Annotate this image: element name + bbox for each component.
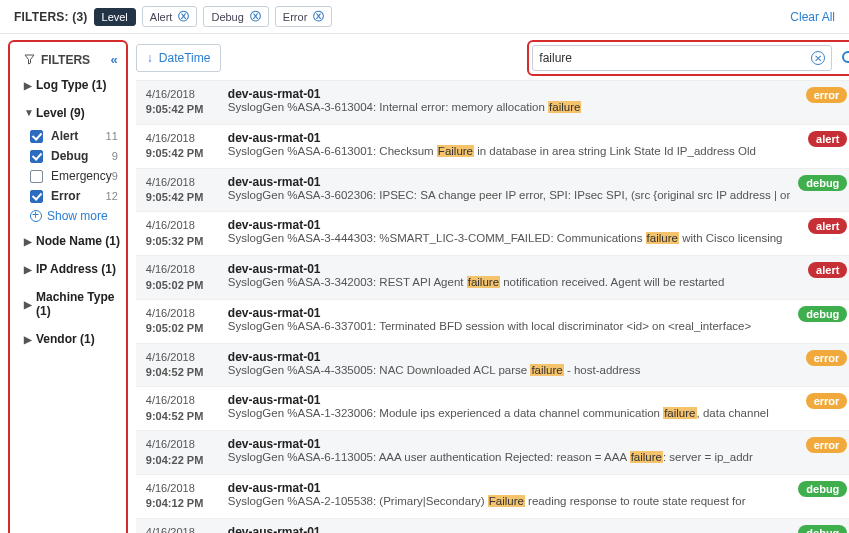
timestamp: 4/16/20189:04:12 PM [146, 481, 224, 512]
checkbox[interactable] [30, 150, 43, 163]
log-row[interactable]: 4/16/20189:04:02 PMdev-aus-rmat-01Syslog… [136, 518, 849, 533]
log-right: debug› [798, 306, 849, 322]
filter-option[interactable]: Emergency9 [30, 166, 126, 186]
log-body: dev-aus-rmat-01SyslogGen %ASA-2-105533: … [224, 525, 791, 533]
filter-option-label: Emergency [51, 169, 112, 183]
log-host: dev-aus-rmat-01 [228, 262, 800, 276]
log-body: dev-aus-rmat-01SyslogGen %ASA-6-113005: … [224, 437, 798, 463]
show-more-link[interactable]: Show more [24, 206, 126, 223]
log-message: SyslogGen %ASA-3-602306: IPSEC: SA chang… [228, 189, 791, 201]
search-highlight: failure [663, 407, 696, 419]
filters-heading: FILTERS « [24, 52, 126, 67]
checkbox[interactable] [30, 130, 43, 143]
log-body: dev-aus-rmat-01SyslogGen %ASA-6-613001: … [224, 131, 800, 157]
log-host: dev-aus-rmat-01 [228, 481, 791, 495]
log-body: dev-aus-rmat-01SyslogGen %ASA-3-602306: … [224, 175, 791, 201]
search-highlight: failure [548, 101, 581, 113]
sort-button[interactable]: ↓ DateTime [136, 44, 222, 72]
arrow-down-icon: ↓ [147, 51, 153, 65]
filter-group-header[interactable]: ▶IP Address (1) [24, 259, 126, 279]
log-right: debug› [798, 175, 849, 191]
log-right: error› [806, 437, 849, 453]
filter-group-header[interactable]: ▶Log Type (1) [24, 75, 126, 95]
log-right: alert› [808, 262, 849, 278]
filter-group-label: Machine Type (1) [36, 290, 126, 318]
search-button[interactable] [836, 45, 849, 71]
clear-search-icon[interactable]: ✕ [811, 51, 825, 65]
filter-option-count: 9 [112, 170, 118, 182]
filter-chip-debug[interactable]: Debugⓧ [203, 6, 268, 27]
log-right: alert› [808, 131, 849, 147]
results-toolbar: ↓ DateTime ✕ [136, 40, 849, 76]
search-highlight: failure [630, 451, 663, 463]
filter-chip-alert[interactable]: Alertⓧ [142, 6, 198, 27]
caret-right-icon: ▶ [24, 264, 32, 275]
log-row[interactable]: 4/16/20189:05:42 PMdev-aus-rmat-01Syslog… [136, 168, 849, 212]
log-right: debug› [798, 481, 849, 497]
plus-icon [30, 210, 42, 222]
remove-chip-icon[interactable]: ⓧ [313, 9, 324, 24]
filter-option[interactable]: Alert11 [30, 126, 126, 146]
filter-option-label: Debug [51, 149, 112, 163]
search-input[interactable] [539, 51, 811, 65]
results-list: 4/16/20189:05:42 PMdev-aus-rmat-01Syslog… [136, 80, 849, 533]
log-host: dev-aus-rmat-01 [228, 175, 791, 189]
filter-group-header[interactable]: ▶Node Name (1) [24, 231, 126, 251]
timestamp: 4/16/20189:04:22 PM [146, 437, 224, 468]
log-message: SyslogGen %ASA-3-444303: %SMART_LIC-3-CO… [228, 232, 800, 244]
checkbox[interactable] [30, 170, 43, 183]
filter-option[interactable]: Debug9 [30, 146, 126, 166]
clear-all-link[interactable]: Clear All [790, 10, 835, 24]
filter-option[interactable]: Error12 [30, 186, 126, 206]
filter-chip-level[interactable]: Level [94, 8, 136, 26]
log-row[interactable]: 4/16/20189:05:02 PMdev-aus-rmat-01Syslog… [136, 299, 849, 343]
search-highlight: failure [467, 276, 500, 288]
log-message: SyslogGen %ASA-2-105538: (Primary|Second… [228, 495, 791, 507]
filter-option-label: Error [51, 189, 106, 203]
log-body: dev-aus-rmat-01SyslogGen %ASA-3-613004: … [224, 87, 798, 113]
log-host: dev-aus-rmat-01 [228, 87, 798, 101]
level-badge: alert [808, 218, 847, 234]
log-row[interactable]: 4/16/20189:04:22 PMdev-aus-rmat-01Syslog… [136, 430, 849, 474]
log-row[interactable]: 4/16/20189:04:12 PMdev-aus-rmat-01Syslog… [136, 474, 849, 518]
timestamp: 4/16/20189:05:42 PM [146, 175, 224, 206]
remove-chip-icon[interactable]: ⓧ [250, 9, 261, 24]
search-highlight: failure [530, 364, 563, 376]
filters-sidebar: FILTERS « ▶Log Type (1)▼Level (9)Alert11… [8, 40, 128, 533]
log-message: SyslogGen %ASA-4-335005: NAC Downloaded … [228, 364, 798, 376]
filter-group-label: IP Address (1) [36, 262, 116, 276]
filters-label: FILTERS: (3) [14, 10, 88, 24]
filter-group-label: Node Name (1) [36, 234, 120, 248]
log-row[interactable]: 4/16/20189:05:42 PMdev-aus-rmat-01Syslog… [136, 124, 849, 168]
checkbox[interactable] [30, 190, 43, 203]
filter-chip-error[interactable]: Errorⓧ [275, 6, 332, 27]
log-row[interactable]: 4/16/20189:04:52 PMdev-aus-rmat-01Syslog… [136, 386, 849, 430]
caret-right-icon: ▶ [24, 236, 32, 247]
log-row[interactable]: 4/16/20189:04:52 PMdev-aus-rmat-01Syslog… [136, 343, 849, 387]
search-highlight: failure [646, 232, 679, 244]
filter-group-header[interactable]: ▶Machine Type (1) [24, 287, 126, 321]
log-body: dev-aus-rmat-01SyslogGen %ASA-4-335005: … [224, 350, 798, 376]
caret-right-icon: ▶ [24, 80, 32, 91]
filter-group-label: Level (9) [36, 106, 85, 120]
timestamp: 4/16/20189:05:02 PM [146, 262, 224, 293]
log-right: error› [806, 87, 849, 103]
timestamp: 4/16/20189:05:42 PM [146, 131, 224, 162]
timestamp: 4/16/20189:04:02 PM [146, 525, 224, 533]
log-host: dev-aus-rmat-01 [228, 437, 798, 451]
main-panel: ↓ DateTime ✕ 4/16/20189:05:42 PMdev-aus-… [128, 34, 849, 533]
log-row[interactable]: 4/16/20189:05:42 PMdev-aus-rmat-01Syslog… [136, 80, 849, 124]
log-body: dev-aus-rmat-01SyslogGen %ASA-3-342003: … [224, 262, 800, 288]
level-badge: debug [798, 481, 847, 497]
svg-point-0 [843, 52, 849, 62]
log-row[interactable]: 4/16/20189:05:32 PMdev-aus-rmat-01Syslog… [136, 211, 849, 255]
filter-group-header[interactable]: ▶Vendor (1) [24, 329, 126, 349]
collapse-sidebar-icon[interactable]: « [111, 52, 118, 67]
remove-chip-icon[interactable]: ⓧ [178, 9, 189, 24]
log-row[interactable]: 4/16/20189:05:02 PMdev-aus-rmat-01Syslog… [136, 255, 849, 299]
filter-option-label: Alert [51, 129, 106, 143]
filter-group-header[interactable]: ▼Level (9) [24, 103, 126, 123]
filter-option-count: 9 [112, 150, 118, 162]
log-right: error› [806, 350, 849, 366]
filter-option-count: 12 [106, 190, 118, 202]
